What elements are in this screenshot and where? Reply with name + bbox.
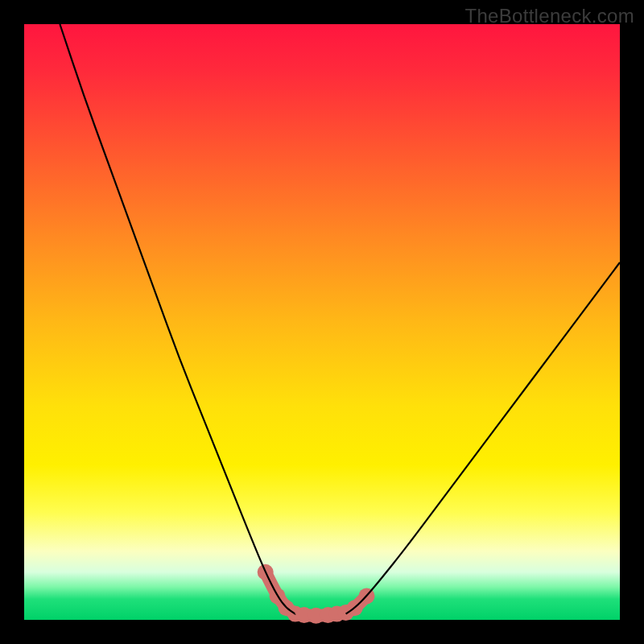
plot-area [24,24,620,620]
watermark-text: TheBottleneck.com [464,5,634,27]
right-curve-line [346,262,620,614]
chart-frame: TheBottleneck.com [0,0,644,644]
left-curve-line [60,24,295,614]
valley-highlight-dots [258,564,375,624]
chart-svg [24,24,620,620]
